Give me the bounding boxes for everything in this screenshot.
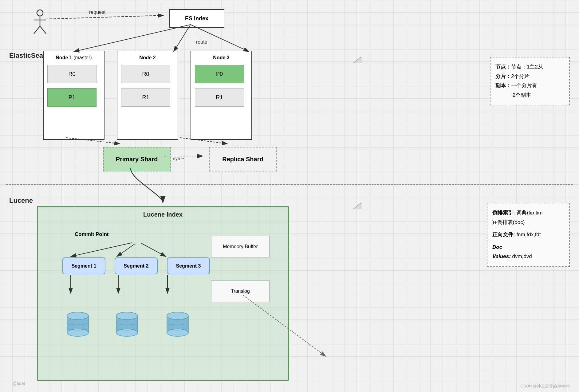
svg-point-14 [116, 312, 138, 319]
node-3-title: Node 3 [195, 55, 248, 61]
svg-line-3 [34, 26, 40, 34]
svg-point-20 [167, 312, 188, 319]
segment-3-box: Segment 3 [167, 257, 210, 274]
watermark-left: @pdai [12, 381, 25, 386]
primary-shard-label: Primary Shard [116, 156, 158, 163]
svg-point-8 [67, 312, 89, 319]
node-2-title: Node 2 [121, 55, 174, 61]
segment-1-box: Segment 1 [62, 257, 105, 274]
note-top-line4: 2个副本 [495, 91, 564, 100]
lucene-index-title: Lucene Index [38, 211, 288, 218]
db-cylinder-3 [165, 311, 190, 340]
route-label: route [196, 39, 207, 45]
main-container: ElasticSearch ES Index route Node 1 (mas… [0, 0, 579, 392]
note-top-line3: 副本：一个分片有 [495, 81, 564, 91]
lucene-section-label: Lucene [9, 197, 33, 205]
svg-line-4 [40, 26, 46, 34]
note-bottom-line1: 倒排索引: 词典(tip,tim [492, 208, 564, 218]
node-2-box: Node 2 R0 R1 [117, 51, 178, 140]
bottom-note-box: 倒排索引: 词典(tip,tim )+倒排表(doc) 正向文件: fnm,fd… [487, 203, 570, 267]
segments-row: Segment 1 Segment 2 Segment 3 [62, 257, 210, 274]
segment-2-box: Segment 2 [115, 257, 158, 274]
commit-point-label: Commit Point [75, 231, 109, 237]
note-bottom-line2: )+倒排表(doc) [492, 218, 564, 227]
node-1-box: Node 1 (master) R0 P1 [43, 51, 104, 140]
es-section: ElasticSearch ES Index route Node 1 (mas… [6, 3, 573, 181]
node-3-shard-p0: P0 [195, 65, 244, 83]
note-bottom-line3: 正向文件: fnm,fdx,fdt [492, 230, 564, 240]
lucene-index-box: Lucene Index Commit Point Segment 1 Segm… [37, 206, 289, 381]
db-cylinder-1 [65, 311, 90, 340]
primary-shard-box: Primary Shard [103, 147, 171, 171]
node-1-title: Node 1 (master) [47, 55, 100, 61]
note-top-line2: 分片：2个分片 [495, 72, 564, 81]
memory-buffer-label: Memeory Buffer [223, 244, 258, 249]
translog-box: Translog [211, 280, 270, 302]
watermark-right: CSDN @冲上云霄的Jayden [520, 383, 570, 389]
node-3-box: Node 3 P0 R1 [191, 51, 252, 140]
note-top-line1: 节点：节点：1主2从 [495, 62, 564, 72]
memory-buffer-box: Memeory Buffer [211, 236, 270, 257]
replica-shard-label: Replica Shard [222, 156, 263, 163]
node-3-shard-r1: R1 [195, 88, 244, 107]
note-bottom-line4: Doc Values: dvm,dvd [492, 243, 564, 261]
person-figure [31, 9, 49, 38]
node-1-shard-p1: P1 [47, 88, 96, 107]
node-2-shard-r0: R0 [121, 65, 170, 83]
replica-shard-box: Replica Shard [209, 147, 277, 171]
nodes-container: Node 1 (master) R0 P1 Node 2 R0 R1 Node … [43, 51, 252, 140]
es-index-title: ES Index [185, 15, 208, 22]
section-divider [6, 184, 573, 185]
node-2-shard-r1: R1 [121, 88, 170, 107]
translog-label: Translog [231, 288, 250, 294]
syn-label: syn→ [173, 156, 185, 161]
db-cylinder-2 [115, 311, 139, 340]
es-index-box: ES Index [169, 9, 224, 28]
top-note-box: 节点：节点：1主2从 分片：2个分片 副本：一个分片有 2个副本 [490, 57, 570, 105]
node-1-shard-r0: R0 [47, 65, 96, 83]
svg-point-0 [37, 10, 43, 16]
